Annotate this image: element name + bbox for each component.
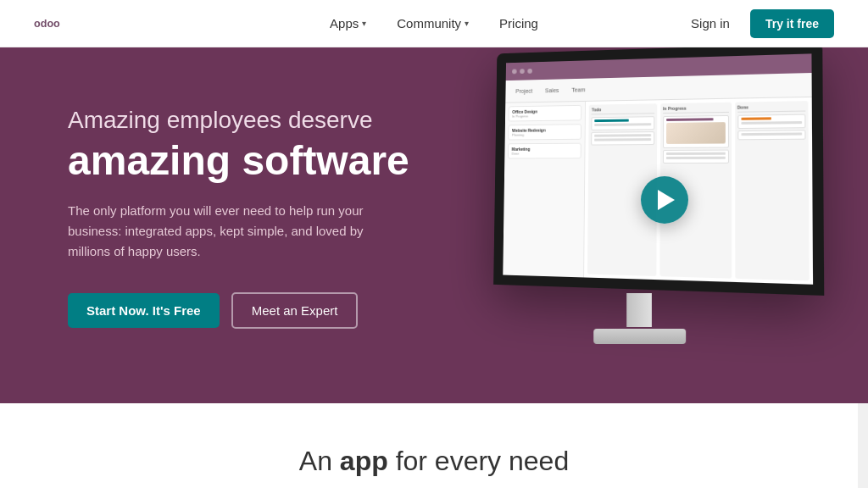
hero-section: Amazing employees deserve amazing softwa… [0,47,868,403]
screen-sidebar: Office Design In Progress Website Redesi… [503,102,586,278]
hero-title: amazing software [68,139,475,184]
topbar-dot-2 [520,69,525,74]
topbar-dot-1 [512,69,517,74]
kanban-card-3 [663,115,729,148]
apps-chevron-icon: ▾ [362,19,366,28]
navbar: odoo Apps ▾ Community ▾ Pricing Sign in … [0,0,868,47]
monitor-screen: Project Sales Team Office Design In Prog… [493,47,824,296]
bottom-title-bold: app [340,446,388,476]
hero-visual: Project Sales Team Office Design In Prog… [461,47,868,386]
topbar-dot-3 [527,69,532,74]
kanban-card-5 [737,114,806,129]
play-button[interactable] [641,176,688,224]
monitor-stand-base [593,329,686,344]
sign-in-button[interactable]: Sign in [681,9,740,37]
navbar-nav: Apps ▾ Community ▾ Pricing [318,9,550,37]
kanban-card-4 [663,150,729,164]
kanban-img-1 [666,122,725,144]
screen-content: Project Sales Team Office Design In Prog… [503,53,813,284]
monitor-stand-neck [626,293,652,327]
screen-nav-sales: Sales [541,86,563,95]
odoo-logo[interactable]: odoo [34,15,64,32]
bottom-section: An app for every need [0,403,868,488]
nav-item-community[interactable]: Community ▾ [385,9,481,37]
hero-content: Amazing employees deserve amazing softwa… [68,105,475,329]
community-chevron-icon: ▾ [465,19,469,28]
kanban-col-done: Done [735,101,810,280]
kanban-card-6 [737,130,806,140]
meet-expert-button[interactable]: Meet an Expert [231,292,359,329]
start-now-button[interactable]: Start Now. It's Free [68,293,220,328]
sidebar-card-3: Marketing Done [508,143,581,159]
page-wrapper: odoo Apps ▾ Community ▾ Pricing Sign in … [0,0,868,488]
play-arrow-icon [658,190,675,210]
monitor: Project Sales Team Office Design In Prog… [461,47,868,369]
bottom-title: An app for every need [34,446,834,477]
nav-item-apps[interactable]: Apps ▾ [318,9,378,37]
navbar-actions: Sign in Try it free [681,9,834,38]
hero-subtitle: Amazing employees deserve [68,105,475,136]
hero-buttons: Start Now. It's Free Meet an Expert [68,292,475,329]
kanban-card-1 [592,116,654,130]
sidebar-card-1: Office Design In Progress [509,105,582,122]
hero-description: The only platform you will ever need to … [68,201,390,262]
kanban-card-2 [592,131,655,145]
screen-main: Todo [585,97,814,285]
try-free-button[interactable]: Try it free [750,9,834,38]
sidebar-card-2: Website Redesign Planning [508,124,581,140]
screen-nav-project: Project [512,86,537,96]
svg-text:odoo: odoo [34,17,60,29]
nav-item-pricing[interactable]: Pricing [487,9,550,37]
screen-nav-team: Team [568,85,590,94]
kanban-board: Todo [587,101,809,280]
